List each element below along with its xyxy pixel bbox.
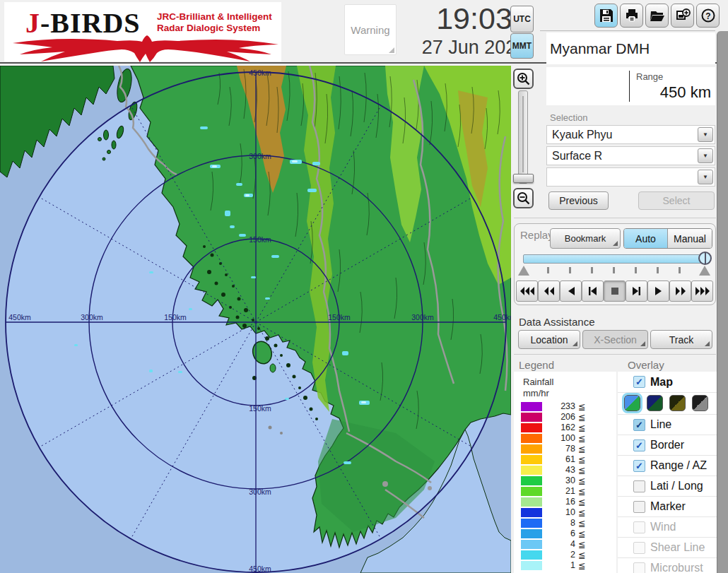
auto-mode-button[interactable]: Auto <box>624 229 667 248</box>
checkbox-unchecked-icon[interactable] <box>633 501 645 513</box>
help-button[interactable]: ? <box>696 4 720 28</box>
fast-forward-2-button[interactable] <box>669 280 691 302</box>
checkbox-disabled-icon <box>633 542 645 554</box>
checkbox-disabled-icon <box>633 521 645 533</box>
legend-title: Legend <box>519 359 554 371</box>
stop-button[interactable] <box>604 280 626 302</box>
replay-mode-group: Auto Manual <box>623 228 712 249</box>
warning-button[interactable]: Warning <box>344 4 397 55</box>
eagle-logo-icon <box>11 35 280 63</box>
open-file-button[interactable] <box>645 4 669 28</box>
ring-label-right-300: 300km <box>411 313 434 321</box>
legend-swatch <box>521 550 542 560</box>
manual-mode-button[interactable]: Manual <box>667 229 712 248</box>
step-back-button[interactable] <box>582 280 604 302</box>
range-value: 450 km <box>660 83 711 102</box>
zoom-slider-line <box>522 96 524 172</box>
legend-swatch <box>521 413 542 422</box>
slider-start-marker-icon[interactable] <box>518 266 529 276</box>
ring-label-bottom-150: 150km <box>249 404 271 413</box>
legend-swatch <box>521 519 542 528</box>
map-style-swatch-3[interactable] <box>669 395 686 411</box>
overlay-item-microburst: Microburst <box>618 557 717 573</box>
panel-divider <box>540 30 715 31</box>
overlay-item-border[interactable]: ✓ Border <box>618 435 717 455</box>
legend-swatch <box>521 497 542 507</box>
overlay-item-lati-long[interactable]: Lati / Long <box>618 475 717 496</box>
help-icon: ? <box>700 8 716 23</box>
replay-slider-handle[interactable] <box>698 252 712 265</box>
play-reverse-button[interactable] <box>560 280 582 302</box>
legend-swatch <box>521 423 542 432</box>
legend-swatch <box>521 444 542 454</box>
map-style-swatch-4[interactable] <box>692 395 708 411</box>
legend-unit-line1: Rainfall <box>523 377 553 387</box>
window-edge-strip[interactable] <box>717 31 728 573</box>
legend-swatch <box>521 466 542 475</box>
section-divider <box>514 218 716 218</box>
overlay-panel: ✓ Map ✓ Line ✓ Border ✓ Range / AZ Lati … <box>618 372 717 573</box>
range-label: Range <box>636 71 663 82</box>
play-button[interactable] <box>647 280 669 302</box>
map-style-swatch-2[interactable] <box>647 395 663 411</box>
save-button[interactable] <box>594 4 618 28</box>
timezone-mmt-button[interactable]: MMT <box>510 33 534 59</box>
fast-rewind-3-button[interactable] <box>516 280 538 302</box>
checkbox-unchecked-icon[interactable] <box>633 480 645 492</box>
site-dropdown-value: Kyauk Phyu <box>547 129 698 141</box>
legend-row: 233≦ <box>514 401 616 412</box>
range-divider <box>629 71 630 102</box>
product-dropdown[interactable]: Surface R ▼ <box>546 146 715 165</box>
overlay-item-range-az[interactable]: ✓ Range / AZ <box>618 455 717 475</box>
previous-button[interactable]: Previous <box>548 191 609 210</box>
fast-rewind-2-button[interactable] <box>538 280 560 302</box>
chevron-down-icon[interactable]: ▼ <box>698 148 713 163</box>
timezone-utc-button[interactable]: UTC <box>510 6 534 33</box>
ring-label-left-450: 450km <box>8 313 31 321</box>
slider-tick <box>547 267 549 273</box>
legend-swatch <box>521 434 542 443</box>
overlay-item-line[interactable]: ✓ Line <box>618 414 717 435</box>
location-button[interactable]: Location <box>518 330 580 349</box>
checkbox-checked-icon[interactable]: ✓ <box>633 376 645 388</box>
add-image-icon <box>675 8 691 23</box>
corner-arrow-icon <box>573 341 577 346</box>
logo-subtitle-1: JRC-Brilliant & Intelligent <box>157 11 272 22</box>
radar-map[interactable]: 450km 300km 150km 150km 300km 450km 450k… <box>0 66 511 573</box>
checkbox-checked-icon[interactable]: ✓ <box>633 460 645 472</box>
legend-row: 61≦ <box>514 454 616 465</box>
magnifier-plus-icon <box>517 72 530 85</box>
chevron-down-icon[interactable]: ▼ <box>698 127 713 142</box>
map-style-swatch-1[interactable] <box>624 395 640 411</box>
section-divider <box>514 354 716 355</box>
slider-end-marker-icon[interactable] <box>699 266 710 276</box>
slider-tick <box>679 267 681 273</box>
station-name: Myanmar DMH <box>546 33 715 64</box>
bookmark-button[interactable]: Bookmark <box>550 228 621 249</box>
checkbox-checked-icon[interactable]: ✓ <box>633 419 645 431</box>
checkbox-checked-icon[interactable]: ✓ <box>633 439 645 451</box>
replay-slider-track[interactable] <box>523 254 710 264</box>
overlay-item-map[interactable]: ✓ Map <box>618 372 717 392</box>
ring-label-right-450: 450km <box>493 313 511 321</box>
add-image-button[interactable] <box>671 4 694 28</box>
slider-tick <box>569 267 571 273</box>
zoom-slider-handle[interactable] <box>513 174 534 183</box>
legend-row: 6≦ <box>514 528 616 539</box>
site-dropdown[interactable]: Kyauk Phyu ▼ <box>546 125 715 144</box>
zoom-in-button[interactable] <box>513 69 534 89</box>
track-button[interactable]: Track <box>650 330 712 349</box>
option-dropdown[interactable]: ▼ <box>546 167 715 187</box>
overlay-item-marker[interactable]: Marker <box>618 496 717 516</box>
zoom-out-button[interactable] <box>513 188 534 208</box>
step-forward-button[interactable] <box>626 280 647 302</box>
legend-swatch <box>521 529 542 538</box>
legend-row: 162≦ <box>514 423 616 433</box>
legend-row: 2≦ <box>514 550 616 560</box>
x-section-button[interactable]: X-Section <box>582 330 648 349</box>
legend-panel: Rainfall mm/hr 233≦ 206≦ 162≦ 100≦ 78≦ 6… <box>514 372 616 573</box>
chevron-down-icon[interactable]: ▼ <box>698 170 713 184</box>
fast-forward-3-button[interactable] <box>691 280 713 302</box>
legend-unit-line2: mm/hr <box>523 388 549 398</box>
print-button[interactable] <box>620 4 643 28</box>
